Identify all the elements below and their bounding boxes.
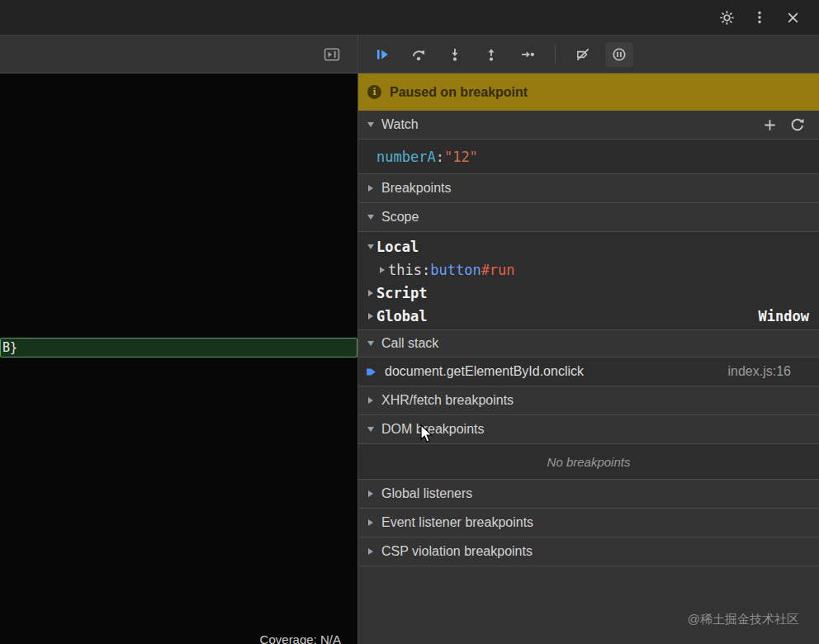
- refresh-icon: [790, 117, 805, 132]
- current-frame-marker-icon: [365, 366, 377, 378]
- kebab-menu-icon: [753, 10, 766, 25]
- dom-breakpoints-empty-message: No breakpoints: [358, 444, 819, 480]
- refresh-watch-button[interactable]: [786, 113, 809, 136]
- paused-execution-line: B}: [0, 338, 357, 358]
- section-header-watch[interactable]: Watch: [358, 111, 819, 140]
- this-value-tag: button: [430, 262, 481, 278]
- scope-this-row[interactable]: this: button#run: [358, 258, 819, 282]
- code-editor[interactable]: B} Coverage: N/A: [0, 73, 357, 644]
- this-separator: :: [422, 262, 430, 278]
- chevron-down-icon: [365, 122, 376, 127]
- this-value-id: #run: [481, 262, 515, 278]
- pause-on-exceptions-icon: [612, 47, 627, 62]
- scope-script-label: Script: [376, 285, 427, 301]
- resume-icon: [375, 47, 390, 62]
- chevron-down-icon: [365, 244, 376, 249]
- chevron-right-icon: [365, 290, 376, 296]
- csp-violation-section-label: CSP violation breakpoints: [381, 544, 533, 559]
- chevron-right-icon: [365, 490, 376, 497]
- plus-icon: [763, 118, 777, 132]
- scope-global-value: Window: [759, 308, 809, 324]
- frame-function-name: document.getElementById.onclick: [385, 364, 584, 379]
- global-listeners-section-label: Global listeners: [381, 486, 472, 501]
- call-stack-section-label: Call stack: [381, 336, 438, 351]
- debugger-sidebar: i Paused on breakpoint Watch: [358, 36, 819, 644]
- watch-expression-value: "12": [444, 149, 478, 165]
- paused-banner-text: Paused on breakpoint: [390, 85, 528, 100]
- pause-on-exceptions-button[interactable]: [605, 42, 633, 67]
- scope-global-row[interactable]: Global Window: [358, 305, 819, 328]
- watermark-text: @稀土掘金技术社区: [688, 612, 799, 627]
- scope-tree: Local this: button#run Script Global Win…: [358, 232, 819, 330]
- paused-banner: i Paused on breakpoint: [358, 73, 819, 111]
- step-over-icon: [411, 47, 426, 62]
- step-into-button[interactable]: [441, 42, 469, 67]
- scope-section-label: Scope: [381, 210, 419, 225]
- settings-button[interactable]: [710, 2, 743, 33]
- sources-panel: B} Coverage: N/A: [0, 36, 819, 644]
- editor-toolbar: [0, 36, 357, 73]
- dom-breakpoints-section-label: DOM breakpoints: [381, 422, 485, 437]
- scope-global-label: Global: [376, 308, 427, 324]
- section-header-csp-violation-breakpoints[interactable]: CSP violation breakpoints: [358, 537, 819, 566]
- editor-pane: B} Coverage: N/A: [0, 36, 358, 644]
- chevron-right-icon: [365, 548, 376, 555]
- coverage-status: Coverage: N/A: [260, 632, 341, 644]
- chevron-right-icon: [365, 397, 376, 404]
- deactivate-breakpoints-icon: [575, 47, 590, 62]
- chevron-down-icon: [365, 215, 376, 220]
- step-out-icon: [484, 47, 499, 62]
- frame-source-location: index.js:16: [728, 364, 792, 379]
- info-icon: i: [367, 85, 381, 99]
- close-devtools-button[interactable]: [776, 2, 809, 33]
- titlebar: [0, 0, 819, 36]
- chevron-right-icon: [365, 519, 376, 526]
- panel-toggle-icon: [324, 47, 340, 62]
- scope-script-row[interactable]: Script: [358, 282, 819, 305]
- xhr-fetch-section-label: XHR/fetch breakpoints: [381, 393, 514, 408]
- chevron-right-icon: [365, 313, 376, 320]
- section-header-scope[interactable]: Scope: [358, 203, 819, 232]
- scope-local-label: Local: [376, 239, 419, 255]
- more-options-button[interactable]: [743, 2, 776, 33]
- close-icon: [786, 11, 800, 25]
- show-navigator-button[interactable]: [318, 42, 346, 67]
- chevron-right-icon: [376, 267, 388, 273]
- watch-expression-row[interactable]: numberA: "12": [358, 140, 819, 174]
- add-watch-expression-button[interactable]: [758, 113, 781, 136]
- scope-local-row[interactable]: Local: [358, 235, 819, 258]
- section-header-call-stack[interactable]: Call stack: [358, 330, 819, 358]
- step-out-button[interactable]: [477, 42, 505, 67]
- call-stack-frame[interactable]: document.getElementById.onclick index.js…: [358, 358, 819, 386]
- section-header-event-listener-breakpoints[interactable]: Event listener breakpoints: [358, 509, 819, 537]
- debugger-toolbar: [358, 36, 819, 73]
- toolbar-separator: [555, 45, 556, 64]
- devtools-window: B} Coverage: N/A: [0, 0, 819, 644]
- gear-icon: [719, 10, 735, 26]
- section-header-xhr-fetch-breakpoints[interactable]: XHR/fetch breakpoints: [358, 386, 819, 415]
- event-listener-section-label: Event listener breakpoints: [381, 515, 533, 530]
- this-property-name: this: [388, 262, 422, 278]
- watch-expression-name: numberA: [376, 149, 436, 165]
- breakpoints-section-label: Breakpoints: [381, 181, 452, 196]
- watch-expression-separator: :: [436, 149, 444, 165]
- step-into-icon: [447, 47, 462, 62]
- section-header-breakpoints[interactable]: Breakpoints: [358, 174, 819, 203]
- section-header-dom-breakpoints[interactable]: DOM breakpoints: [358, 415, 819, 444]
- sidebar-empty-area: @稀土掘金技术社区: [358, 566, 819, 644]
- step-icon: [520, 47, 535, 62]
- step-button[interactable]: [514, 42, 542, 67]
- paused-line-text: B}: [2, 340, 17, 355]
- chevron-down-icon: [365, 341, 376, 346]
- chevron-right-icon: [365, 185, 376, 192]
- step-over-button[interactable]: [405, 42, 433, 67]
- deactivate-breakpoints-button[interactable]: [569, 42, 597, 67]
- resume-script-button[interactable]: [368, 42, 396, 67]
- watch-section-label: Watch: [381, 117, 419, 132]
- chevron-down-icon: [365, 427, 376, 432]
- section-header-global-listeners[interactable]: Global listeners: [358, 480, 819, 509]
